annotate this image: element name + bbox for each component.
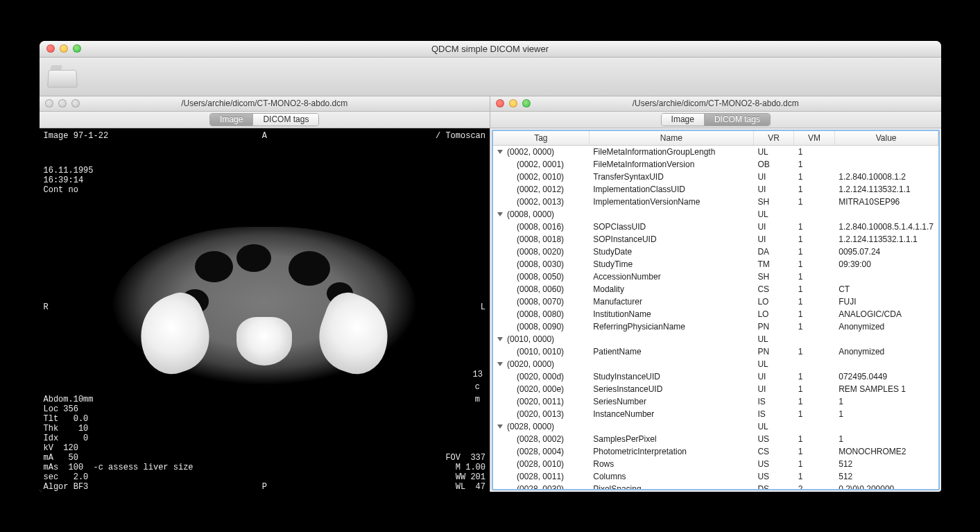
- cell-value: 1: [834, 408, 938, 420]
- overlay-bl5: Idx 0: [44, 434, 89, 443]
- overlay-bl1: Abdom.10mm: [44, 395, 94, 404]
- overlay-image-id: Image 97-1-22: [44, 131, 109, 141]
- table-row[interactable]: (0020, 000e)SeriesInstanceUIDUI1REM SAMP…: [493, 383, 938, 395]
- open-folder-button[interactable]: [48, 64, 77, 89]
- minimize-icon[interactable]: [60, 44, 68, 53]
- cell-name: PixelSpacing: [589, 483, 753, 490]
- table-row[interactable]: (0028, 0011)ColumnsUS1512: [493, 470, 938, 483]
- table-row[interactable]: (0028, 0004)PhotometricInterpretationCS1…: [493, 445, 938, 458]
- overlay-bl7: mA 50: [44, 453, 78, 463]
- cell-name: TransferSyntaxUID: [589, 171, 753, 183]
- cell-vr: UI: [753, 221, 793, 233]
- cell-name: SeriesInstanceUID: [589, 383, 753, 395]
- table-row[interactable]: (0028, 0000)UL: [493, 420, 938, 433]
- dicom-image-viewport[interactable]: Image 97-1-22 A / Tomoscan 16.11.1995 16…: [40, 128, 490, 492]
- table-row[interactable]: (0002, 0010)TransferSyntaxUIDUI11.2.840.…: [493, 171, 938, 183]
- cell-tag: (0020, 0011): [517, 397, 564, 406]
- table-row[interactable]: (0020, 000d)StudyInstanceUIDUI1072495.04…: [493, 370, 938, 383]
- cell-vm: 1: [794, 171, 834, 183]
- zoom-icon[interactable]: [73, 44, 81, 53]
- table-row[interactable]: (0008, 0060)ModalityCS1CT: [493, 283, 938, 295]
- left-tab-image[interactable]: Image: [210, 114, 253, 126]
- cell-value: 512: [834, 458, 938, 470]
- chevron-down-icon[interactable]: [497, 362, 503, 366]
- cell-vm: [794, 208, 834, 221]
- cell-name: Modality: [589, 283, 753, 295]
- table-row[interactable]: (0008, 0030)StudyTimeTM109:39:00: [493, 258, 938, 271]
- cell-name: [589, 208, 753, 221]
- chevron-down-icon[interactable]: [497, 337, 503, 341]
- cell-vm: 1: [794, 433, 834, 445]
- table-row[interactable]: (0008, 0020)StudyDateDA10095.07.24: [493, 246, 938, 258]
- cell-name: InstitutionName: [589, 308, 753, 320]
- close-icon[interactable]: [46, 44, 55, 53]
- cell-name: PatientName: [589, 345, 753, 358]
- col-header-vm[interactable]: VM: [794, 131, 834, 146]
- table-row[interactable]: (0008, 0000)UL: [493, 208, 938, 221]
- cell-vm: 1: [794, 233, 834, 246]
- cell-vr: UL: [753, 420, 793, 433]
- right-file-path: /Users/archie/dicom/CT-MONO2-8-abdo.dcm: [490, 98, 941, 108]
- cell-value: 1.2.124.113532.1.1: [834, 183, 938, 196]
- left-file-path: /Users/archie/dicom/CT-MONO2-8-abdo.dcm: [40, 98, 490, 108]
- cell-tag: (0028, 0002): [517, 434, 564, 444]
- col-header-tag[interactable]: Tag: [493, 131, 589, 146]
- cell-value: 1.2.840.10008.1.2: [834, 171, 938, 183]
- cell-name: SeriesNumber: [589, 395, 753, 408]
- table-row[interactable]: (0020, 0011)SeriesNumberIS11: [493, 395, 938, 408]
- table-row[interactable]: (0008, 0080)InstitutionNameLO1ANALOGIC/C…: [493, 308, 938, 320]
- col-header-value[interactable]: Value: [834, 131, 938, 146]
- cell-name: SOPInstanceUID: [589, 233, 753, 246]
- table-row[interactable]: (0008, 0018)SOPInstanceUIDUI11.2.124.113…: [493, 233, 938, 246]
- table-row[interactable]: (0008, 0050)AccessionNumberSH1: [493, 271, 938, 283]
- right-tab-image[interactable]: Image: [662, 114, 705, 126]
- dicom-tags-table-wrap[interactable]: Tag Name VR VM Value (0002, 0000)FileMet…: [492, 130, 940, 490]
- col-header-name[interactable]: Name: [589, 131, 753, 146]
- cell-vr: UI: [753, 233, 793, 246]
- table-row[interactable]: (0028, 0002)SamplesPerPixelUS11: [493, 433, 938, 445]
- cell-name: InstanceNumber: [589, 408, 753, 420]
- chevron-down-icon[interactable]: [497, 212, 503, 216]
- right-tabbar: Image DICOM tags: [490, 112, 941, 128]
- table-row[interactable]: (0028, 0010)RowsUS1512: [493, 458, 938, 470]
- cell-tag: (0028, 0030): [517, 484, 564, 490]
- table-row[interactable]: (0002, 0012)ImplementationClassUIDUI11.2…: [493, 183, 938, 196]
- col-header-vr[interactable]: VR: [753, 131, 793, 146]
- cell-tag: (0020, 0000): [507, 359, 554, 369]
- table-row[interactable]: (0002, 0001)FileMetaInformationVersionOB…: [493, 158, 938, 171]
- right-tab-dicom-tags[interactable]: DICOM tags: [705, 114, 770, 126]
- cell-vm: 1: [794, 408, 834, 420]
- overlay-bl6: kV 120: [44, 443, 78, 453]
- table-row[interactable]: (0010, 0000)UL: [493, 333, 938, 345]
- overlay-anterior: A: [262, 131, 267, 141]
- toolbar: [40, 58, 941, 96]
- cell-tag: (0008, 0070): [517, 297, 564, 307]
- cell-tag: (0028, 0010): [517, 459, 564, 469]
- cell-vm: 1: [794, 158, 834, 171]
- overlay-scanner: / Tomoscan: [436, 131, 485, 141]
- table-row[interactable]: (0008, 0070)ManufacturerLO1FUJI: [493, 295, 938, 308]
- table-row[interactable]: (0002, 0000)FileMetaInformationGroupLeng…: [493, 145, 938, 158]
- table-row[interactable]: (0020, 0013)InstanceNumberIS11: [493, 408, 938, 420]
- cell-tag: (0008, 0016): [517, 222, 564, 232]
- cell-vr: UL: [753, 145, 793, 158]
- table-row[interactable]: (0010, 0010)PatientNamePN1Anonymized: [493, 345, 938, 358]
- table-row[interactable]: (0020, 0000)UL: [493, 358, 938, 370]
- table-row[interactable]: (0008, 0016)SOPClassUIDUI11.2.840.10008.…: [493, 221, 938, 233]
- cell-vr: PN: [753, 320, 793, 333]
- overlay-scale-m: m: [475, 395, 480, 404]
- cell-vr: SH: [753, 271, 793, 283]
- cell-value: [834, 271, 938, 283]
- table-row[interactable]: (0002, 0013)ImplementationVersionNameSH1…: [493, 196, 938, 208]
- cell-name: Rows: [589, 458, 753, 470]
- chevron-down-icon[interactable]: [497, 150, 503, 154]
- left-tab-dicom-tags[interactable]: DICOM tags: [253, 114, 318, 126]
- dicom-tags-table: Tag Name VR VM Value (0002, 0000)FileMet…: [493, 131, 938, 490]
- overlay-scale-13: 13: [473, 370, 483, 379]
- table-row[interactable]: (0028, 0030)PixelSpacingDS20.2\0\0.20000…: [493, 483, 938, 490]
- cell-value: Anonymized: [834, 320, 938, 333]
- chevron-down-icon[interactable]: [497, 424, 503, 429]
- cell-name: StudyDate: [589, 246, 753, 258]
- table-row[interactable]: (0008, 0090)ReferringPhysicianNamePN1Ano…: [493, 320, 938, 333]
- cell-value: [834, 358, 938, 370]
